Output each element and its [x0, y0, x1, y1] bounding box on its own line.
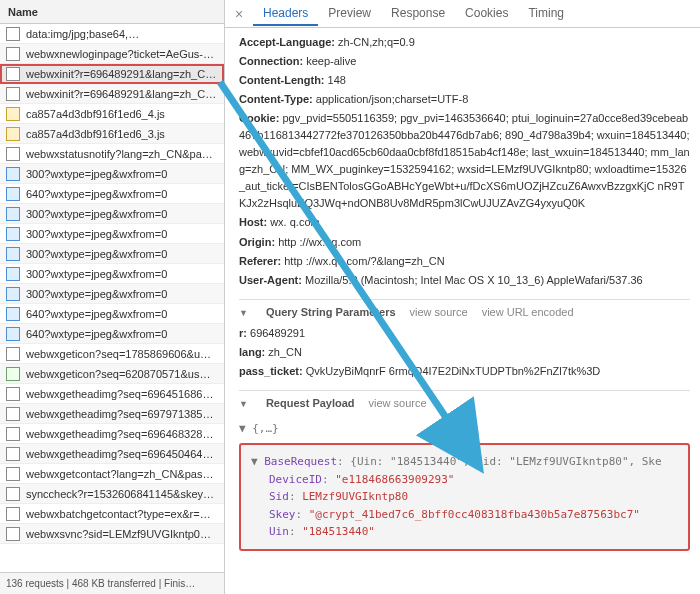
payload-key: Sid — [269, 490, 289, 503]
request-name: webwxgetheadimg?seq=697971385… — [26, 408, 213, 420]
payload-key: DeviceID — [269, 473, 322, 486]
request-row[interactable]: webwxgetheadimg?seq=696450464… — [0, 444, 224, 464]
tab-headers[interactable]: Headers — [253, 2, 318, 26]
query-key: lang: — [239, 346, 265, 358]
payload-value: LEMzf9UVGIkntp80 — [302, 490, 408, 503]
file-type-icon — [6, 207, 20, 221]
header-value: http ://wx.qq.com/?&lang=zh_CN — [284, 255, 445, 267]
header-value: zh-CN,zh;q=0.9 — [338, 36, 415, 48]
header-key: User-Agent: — [239, 274, 302, 286]
section-title: Request Payload — [266, 395, 355, 412]
header-key: Accept-Language: — [239, 36, 335, 48]
request-name: webwxnewloginpage?ticket=AeGus-… — [26, 48, 214, 60]
request-row[interactable]: 640?wxtype=jpeg&wxfrom=0 — [0, 184, 224, 204]
request-row[interactable]: 640?wxtype=jpeg&wxfrom=0 — [0, 324, 224, 344]
file-type-icon — [6, 147, 20, 161]
tab-preview[interactable]: Preview — [318, 2, 381, 26]
tab-response[interactable]: Response — [381, 2, 455, 26]
request-list-header[interactable]: Name — [0, 0, 224, 24]
file-type-icon — [6, 507, 20, 521]
view-url-encoded-link[interactable]: view URL encoded — [482, 304, 574, 321]
file-type-icon — [6, 527, 20, 541]
file-type-icon — [6, 487, 20, 501]
request-row[interactable]: webwxnewloginpage?ticket=AeGus-… — [0, 44, 224, 64]
file-type-icon — [6, 107, 20, 121]
header-key: Host: — [239, 216, 267, 228]
header-pair: Accept-Language: zh-CN,zh;q=0.9 — [239, 34, 690, 51]
request-row[interactable]: data:img/jpg;base64,… — [0, 24, 224, 44]
request-row[interactable]: webwxinit?r=696489291&lang=zh_C… — [0, 84, 224, 104]
view-source-link[interactable]: view source — [410, 304, 468, 321]
request-row[interactable]: webwxstatusnotify?lang=zh_CN&pa… — [0, 144, 224, 164]
request-row[interactable]: 300?wxtype=jpeg&wxfrom=0 — [0, 164, 224, 184]
header-value: http ://wx.qq.com — [278, 236, 361, 248]
payload-field: Uin: "184513440" — [251, 523, 678, 541]
file-type-icon — [6, 167, 20, 181]
request-row[interactable]: 300?wxtype=jpeg&wxfrom=0 — [0, 264, 224, 284]
file-type-icon — [6, 267, 20, 281]
request-name: webwxstatusnotify?lang=zh_CN&pa… — [26, 148, 213, 160]
request-row[interactable]: 300?wxtype=jpeg&wxfrom=0 — [0, 244, 224, 264]
request-name: webwxgetheadimg?seq=696450464… — [26, 448, 213, 460]
query-value: 696489291 — [250, 327, 305, 339]
file-type-icon — [6, 27, 20, 41]
query-key: pass_ticket: — [239, 365, 303, 377]
file-type-icon — [6, 387, 20, 401]
request-name: webwxbatchgetcontact?type=ex&r=… — [26, 508, 211, 520]
header-key: Content-Length: — [239, 74, 325, 86]
request-row[interactable]: webwxsvnc?sid=LEMzf9UVGIkntp0… — [0, 524, 224, 544]
file-type-icon — [6, 307, 20, 321]
request-row[interactable]: ca857a4d3dbf916f1ed6_4.js — [0, 104, 224, 124]
request-name: webwxgeticon?seq=620870571&us… — [26, 368, 210, 380]
request-row[interactable]: 300?wxtype=jpeg&wxfrom=0 — [0, 284, 224, 304]
file-type-icon — [6, 287, 20, 301]
header-pair: User-Agent: Mozilla/5.0 (Macintosh; Inte… — [239, 272, 690, 289]
view-source-link[interactable]: view source — [369, 395, 427, 412]
header-pair: Referer: http ://wx.qq.com/?&lang=zh_CN — [239, 253, 690, 270]
query-pair: r: 696489291 — [239, 325, 690, 342]
request-list: data:img/jpg;base64,…webwxnewloginpage?t… — [0, 24, 224, 572]
section-request-payload[interactable]: Request Payload view source — [239, 390, 690, 416]
payload-root[interactable]: ▼ {,…} — [239, 420, 690, 437]
request-row[interactable]: webwxbatchgetcontact?type=ex&r=… — [0, 504, 224, 524]
section-title: Query String Parameters — [266, 304, 396, 321]
request-name: 640?wxtype=jpeg&wxfrom=0 — [26, 188, 167, 200]
header-pair: Content-Length: 148 — [239, 72, 690, 89]
request-row[interactable]: 300?wxtype=jpeg&wxfrom=0 — [0, 204, 224, 224]
file-type-icon — [6, 187, 20, 201]
header-value: pgv_pvid=5505116359; pgv_pvi=1463536640;… — [239, 112, 690, 209]
payload-key: BaseRequest — [264, 455, 337, 468]
close-icon[interactable]: × — [229, 6, 249, 22]
request-row[interactable]: ca857a4d3dbf916f1ed6_3.js — [0, 124, 224, 144]
request-row[interactable]: webwxgetcontact?lang=zh_CN&pas… — [0, 464, 224, 484]
request-row[interactable]: webwxgetheadimg?seq=696468328… — [0, 424, 224, 444]
request-row[interactable]: webwxgetheadimg?seq=697971385… — [0, 404, 224, 424]
request-name: 300?wxtype=jpeg&wxfrom=0 — [26, 268, 167, 280]
request-row[interactable]: webwxinit?r=696489291&lang=zh_C… — [0, 64, 224, 84]
section-query-string[interactable]: Query String Parameters view source view… — [239, 299, 690, 325]
request-name: 300?wxtype=jpeg&wxfrom=0 — [26, 228, 167, 240]
header-key: Referer: — [239, 255, 281, 267]
file-type-icon — [6, 47, 20, 61]
payload-field: Skey: "@crypt_41bed7c6_8bff0cc408318fba4… — [251, 506, 678, 524]
tab-timing[interactable]: Timing — [518, 2, 574, 26]
detail-tabs: × HeadersPreviewResponseCookiesTiming — [225, 0, 700, 28]
caret-down-icon — [239, 395, 252, 412]
tab-cookies[interactable]: Cookies — [455, 2, 518, 26]
caret-down-icon: ▼ — [251, 455, 264, 468]
payload-key: Skey — [269, 508, 296, 521]
request-row[interactable]: webwxgeticon?seq=1785869606&u… — [0, 344, 224, 364]
request-name: webwxsvnc?sid=LEMzf9UVGIkntp0… — [26, 528, 211, 540]
request-name: 640?wxtype=jpeg&wxfrom=0 — [26, 328, 167, 340]
request-row[interactable]: synccheck?r=1532606841145&skey… — [0, 484, 224, 504]
file-type-icon — [6, 467, 20, 481]
file-type-icon — [6, 67, 20, 81]
request-name: 300?wxtype=jpeg&wxfrom=0 — [26, 168, 167, 180]
request-row[interactable]: 640?wxtype=jpeg&wxfrom=0 — [0, 304, 224, 324]
query-pair: pass_ticket: QvkUzyBiMqnrF 6rmqQ4I7E2DiN… — [239, 363, 690, 380]
file-type-icon — [6, 447, 20, 461]
request-row[interactable]: 300?wxtype=jpeg&wxfrom=0 — [0, 224, 224, 244]
request-row[interactable]: webwxgetheadimg?seq=696451686… — [0, 384, 224, 404]
file-type-icon — [6, 87, 20, 101]
request-row[interactable]: webwxgeticon?seq=620870571&us… — [0, 364, 224, 384]
